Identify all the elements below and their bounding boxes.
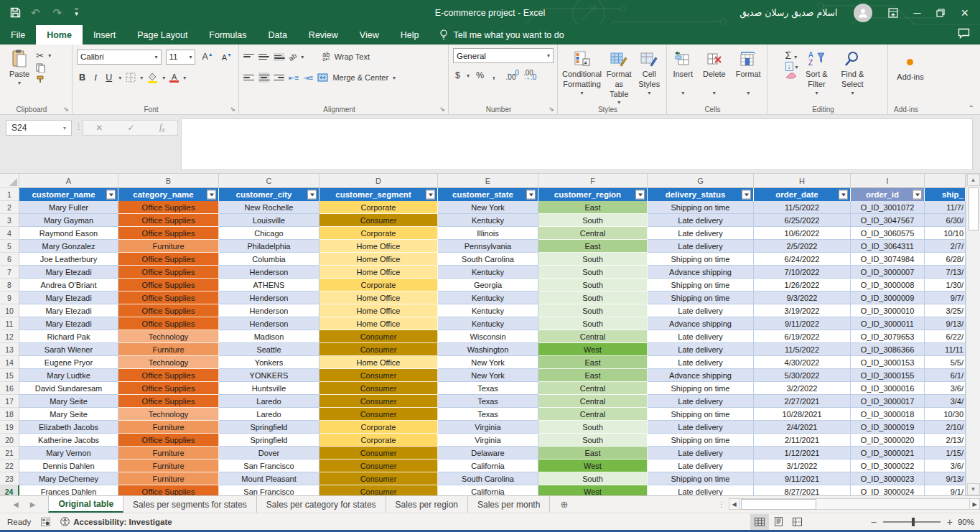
cell-order-date-r12[interactable]: 6/19/2022 (754, 330, 851, 343)
minimize-button[interactable]: ─ (914, 8, 921, 18)
filter-button-customer-city[interactable] (307, 190, 317, 200)
column-header-G[interactable]: G (648, 174, 754, 188)
cell-customer-name-r2[interactable]: Mary Fuller (19, 201, 118, 214)
align-center-icon[interactable] (258, 73, 269, 83)
cell-customer-region-r7[interactable]: South (538, 266, 648, 279)
cell-category-name-r23[interactable]: Furniture (118, 472, 219, 485)
font-size-select[interactable]: 11▾ (166, 50, 196, 65)
cell-order-id-r14[interactable]: O_ID_3000153 (851, 356, 925, 369)
clear-icon[interactable] (785, 72, 798, 79)
cell-ship--r6[interactable]: 6/28/ (925, 253, 966, 266)
cell-ship--r15[interactable]: 6/1/ (925, 369, 966, 382)
cell-order-id-r4[interactable]: O_ID_3060575 (851, 227, 925, 240)
cell-customer-city-r23[interactable]: Mount Pleasant (219, 472, 319, 485)
top-align-icon[interactable] (243, 52, 254, 62)
cell-customer-name-r22[interactable]: Dennis Dahlen (19, 459, 118, 472)
cell-customer-name-r11[interactable]: Mary Etezadi (19, 317, 118, 330)
horizontal-scroll-thumb[interactable] (741, 499, 816, 510)
cell-order-date-r17[interactable]: 2/27/2021 (754, 395, 851, 408)
cell-customer-city-r8[interactable]: ATHENS (219, 279, 319, 291)
cell-customer-segment-r6[interactable]: Home Office (319, 253, 438, 266)
restore-button[interactable] (936, 9, 945, 17)
cut-icon[interactable]: ✂ (36, 50, 45, 61)
cell-customer-segment-r4[interactable]: Corporate (319, 227, 438, 240)
cancel-entry-icon[interactable]: ✕ (95, 123, 103, 133)
cell-customer-name-r12[interactable]: Richard Pak (19, 330, 118, 343)
close-button[interactable]: × (961, 6, 969, 19)
cell-delivery-status-r2[interactable]: Shipping on time (648, 201, 754, 214)
cell-category-name-r10[interactable]: Office Supplies (118, 304, 219, 317)
cell-delivery-status-r19[interactable]: Late delivery (648, 421, 754, 434)
cell-customer-name-r15[interactable]: Mary Ludtke (19, 369, 118, 382)
cell-order-id-r24[interactable]: O_ID_3000024 (851, 485, 925, 495)
tab-splitter[interactable]: ⋮ (718, 500, 725, 508)
merge-center-button[interactable]: Merge & Center (332, 73, 388, 82)
delete-cells-button[interactable]: Delete▾ (699, 48, 729, 98)
cell-customer-segment-r8[interactable]: Corporate (319, 279, 438, 291)
cell-customer-state-r17[interactable]: Texas (438, 395, 538, 408)
align-left-icon[interactable] (243, 73, 254, 83)
sheet-nav-left-icon[interactable]: ◀ (13, 500, 19, 508)
row-number-22[interactable]: 22 (0, 459, 19, 472)
filter-button-order-id[interactable] (913, 190, 922, 200)
user-name[interactable]: اسلام صديق رسلان صديق (739, 7, 837, 18)
cell-customer-segment-r5[interactable]: Home Office (319, 240, 438, 253)
cell-order-date-r20[interactable]: 2/11/2021 (754, 434, 851, 447)
wrap-text-icon[interactable]: abc↵ (322, 52, 330, 61)
cell-customer-city-r2[interactable]: New Rochelle (219, 201, 319, 214)
filter-button-category-name[interactable] (207, 190, 216, 200)
row-number-7[interactable]: 7 (0, 266, 19, 279)
bold-button[interactable]: B (77, 73, 88, 83)
row-number-12[interactable]: 12 (0, 330, 19, 343)
ribbon-tab-insert[interactable]: Insert (83, 25, 126, 45)
scroll-down-arrow[interactable]: ▼ (967, 483, 980, 495)
cell-customer-name-r18[interactable]: Mary Seite (19, 408, 118, 421)
cell-category-name-r8[interactable]: Office Supplies (118, 279, 219, 291)
cell-delivery-status-r8[interactable]: Shipping on time (648, 279, 754, 291)
vertical-scroll-thumb[interactable] (969, 187, 979, 230)
sheet-tab-sales-per-category-for-states[interactable]: Sales per category for states (257, 496, 386, 513)
cell-customer-city-r22[interactable]: San Francisco (219, 459, 319, 472)
comma-style-icon[interactable]: , (490, 70, 497, 80)
cell-customer-region-r9[interactable]: South (538, 291, 648, 304)
cell-customer-city-r24[interactable]: San Francisco (219, 485, 319, 495)
cell-customer-state-r4[interactable]: Illinois (438, 227, 538, 240)
cell-delivery-status-r20[interactable]: Shipping on time (648, 434, 754, 447)
filter-button-delivery-status[interactable] (742, 190, 751, 200)
cell-customer-segment-r18[interactable]: Consumer (319, 408, 438, 421)
cell-customer-state-r8[interactable]: Georgia (438, 279, 538, 291)
decrease-indent-icon[interactable]: ⇤≡ (289, 74, 299, 82)
cell-customer-segment-r20[interactable]: Corporate (319, 434, 438, 447)
format-as-table-button[interactable]: Format as Table▾ (605, 48, 633, 108)
bottom-align-icon[interactable] (274, 53, 284, 61)
cell-customer-state-r14[interactable]: New York (438, 356, 538, 369)
row-number-1[interactable]: 1 (0, 188, 19, 201)
row-number-10[interactable]: 10 (0, 304, 19, 317)
table-header-order-date[interactable]: order_date (754, 188, 851, 201)
cell-order-id-r7[interactable]: O_ID_3000007 (851, 266, 925, 279)
avatar[interactable] (854, 4, 872, 22)
grow-font-button[interactable]: A▲ (200, 52, 215, 62)
row-number-3[interactable]: 3 (0, 214, 19, 227)
cell-order-id-r13[interactable]: O_ID_3086366 (851, 343, 925, 356)
cell-customer-name-r19[interactable]: Elizabeth Jacobs (19, 421, 118, 434)
cell-delivery-status-r7[interactable]: Advance shipping (648, 266, 754, 279)
cell-customer-region-r5[interactable]: East (538, 240, 648, 253)
macro-record-icon[interactable] (41, 518, 50, 526)
cell-order-id-r2[interactable]: O_ID_3001072 (851, 201, 925, 214)
formula-input[interactable] (181, 118, 973, 170)
cell-category-name-r9[interactable]: Office Supplies (118, 291, 219, 304)
row-number-8[interactable]: 8 (0, 279, 19, 291)
cell-customer-city-r3[interactable]: Louisville (219, 214, 319, 227)
column-header-I[interactable]: I (851, 174, 925, 188)
cell-order-date-r2[interactable]: 11/5/2022 (754, 201, 851, 214)
cell-customer-state-r21[interactable]: Delaware (438, 447, 538, 459)
cell-ship--r19[interactable]: 2/10/ (925, 421, 966, 434)
insert-cells-button[interactable]: Insert▾ (669, 48, 696, 98)
borders-icon[interactable] (126, 73, 136, 83)
cell-order-date-r3[interactable]: 6/25/2022 (754, 214, 851, 227)
undo-icon[interactable]: ↶▾ (31, 6, 43, 19)
shrink-font-button[interactable]: A▼ (220, 52, 234, 62)
cell-customer-segment-r11[interactable]: Home Office (319, 317, 438, 330)
cell-customer-region-r10[interactable]: South (538, 304, 648, 317)
